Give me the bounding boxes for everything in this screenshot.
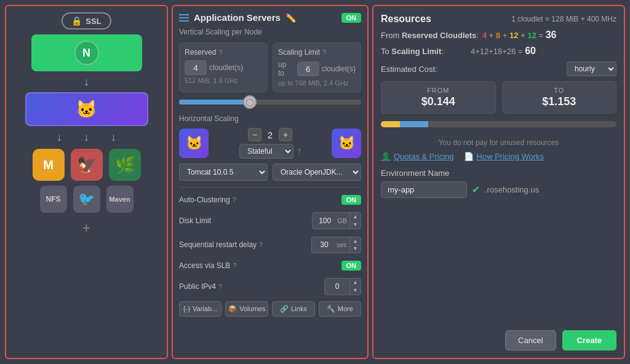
- access-slb-on-badge[interactable]: ON: [341, 261, 362, 271]
- env-name-input[interactable]: [381, 181, 467, 198]
- seq-up-arrow[interactable]: ▲: [350, 237, 361, 245]
- ipv4-input[interactable]: 0 ▲ ▼: [324, 278, 361, 295]
- dropdown-row: Tomcat 10.0.5 Oracle OpenJDK...: [179, 164, 361, 181]
- right-panel: Resources 1 cloudlet = 128 MiB + 400 MHz…: [372, 5, 625, 359]
- more-button[interactable]: 🔧 More: [319, 301, 361, 317]
- to-scaling-row: To Scaling Limit: 4+12+18+26 = 60: [381, 46, 616, 57]
- from-price-label: FROM: [389, 87, 488, 94]
- from-num-4: 12: [527, 31, 536, 40]
- ssl-label: SSL: [86, 17, 101, 26]
- tomcat-small-right[interactable]: 🐱: [332, 129, 361, 158]
- ipv4-help[interactable]: ?: [218, 283, 222, 290]
- disk-limit-row: Disk Limit 100 GB ▲ ▼: [179, 211, 361, 231]
- env-name-label: Environment Name: [381, 168, 616, 178]
- env-name-section: Environment Name ✔ .rosehosting.us: [381, 168, 616, 198]
- disk-down-arrow[interactable]: ▼: [350, 221, 361, 229]
- seq-stepper-arrows[interactable]: ▲ ▼: [349, 237, 361, 253]
- seq-down-arrow[interactable]: ▼: [350, 245, 361, 253]
- divider-1: [179, 187, 361, 188]
- volumes-button[interactable]: 📦 Volumes: [225, 301, 268, 317]
- create-button[interactable]: Create: [562, 330, 616, 350]
- scaling-row: Reserved ? cloudlet(s) 512 MiB, 1.6 GHz …: [179, 42, 361, 92]
- seq-input[interactable]: 30 sec ▲ ▼: [311, 237, 361, 254]
- increment-button[interactable]: +: [279, 128, 292, 141]
- lock-icon: 🔒: [71, 16, 82, 26]
- on-badge[interactable]: ON: [341, 13, 362, 23]
- bird-icon-box[interactable]: 🦅: [71, 149, 103, 181]
- ipv4-stepper-arrows[interactable]: ▲ ▼: [349, 279, 361, 295]
- from-formula: 4 + 8 + 12 + 12 = 36: [482, 30, 557, 41]
- slider-track: ⬡: [179, 100, 361, 105]
- to-price-label: TO: [510, 87, 609, 94]
- hourly-select[interactable]: hourly monthly: [567, 61, 616, 76]
- scaling-mem-label: up to 768 MiB, 2.4 GHz: [278, 79, 356, 87]
- from-cloudlets-row: From Reserved Cloudlets: 4 + 8 + 12 + 12…: [381, 30, 616, 41]
- reserved-input[interactable]: [185, 60, 207, 75]
- maven-box[interactable]: Maven: [106, 186, 134, 213]
- access-slb-row: Access via SLB ? ON: [179, 259, 361, 272]
- unused-label: You do not pay for unused resources: [381, 138, 616, 147]
- cancel-button[interactable]: Cancel: [505, 330, 556, 350]
- decrement-button[interactable]: −: [248, 128, 261, 141]
- access-slb-help[interactable]: ?: [233, 262, 236, 269]
- disk-stepper-arrows[interactable]: ▲ ▼: [349, 213, 361, 229]
- tomcat-small-left[interactable]: 🐱: [179, 129, 209, 158]
- reserved-help-icon[interactable]: ?: [218, 49, 222, 56]
- auto-clustering-label: Auto-Clustering ?: [179, 196, 236, 204]
- scaling-slider[interactable]: ⬡: [179, 100, 361, 105]
- variables-icon: {-}: [183, 305, 190, 312]
- seq-restart-row: Sequential restart delay ? 30 sec ▲ ▼: [179, 235, 361, 255]
- bar-used: [381, 121, 400, 127]
- reserved-mem-label: 512 MiB, 1.6 GHz: [185, 77, 262, 84]
- from-total: 36: [546, 30, 557, 40]
- maven-icon-box[interactable]: M: [33, 149, 65, 181]
- slider-thumb[interactable]: ⬡: [243, 95, 257, 109]
- reserved-title: Reserved ?: [185, 48, 262, 57]
- scaling-help-icon[interactable]: ?: [322, 49, 326, 56]
- estimated-cost-row: Estimated Cost: hourly monthly: [381, 61, 616, 76]
- cloudlet-formula: 1 cloudlet = 128 MiB + 400 MHz: [511, 15, 616, 23]
- add-button[interactable]: +: [82, 220, 90, 236]
- debian-box[interactable]: 🐦: [73, 186, 100, 213]
- ipv4-up-arrow[interactable]: ▲: [350, 279, 361, 287]
- vertical-scaling-label: Vertical Scaling per Node: [179, 28, 361, 36]
- links-button[interactable]: 🔗 Links: [272, 301, 314, 317]
- disk-limit-input[interactable]: 100 GB ▲ ▼: [312, 212, 361, 229]
- to-formula: 4+12+18+26 = 60: [471, 46, 536, 57]
- reserved-input-row: cloudlet(s): [185, 60, 262, 75]
- leaf-icon-box[interactable]: 🌿: [109, 149, 141, 181]
- auto-clustering-help[interactable]: ?: [233, 196, 236, 204]
- action-buttons: Cancel Create: [381, 330, 616, 350]
- nginx-block[interactable]: N: [31, 34, 142, 71]
- disk-up-arrow[interactable]: ▲: [350, 213, 361, 221]
- to-scaling-label: To Scaling Limit:: [381, 47, 467, 56]
- how-pricing-link[interactable]: 📄 How Pricing Works: [464, 152, 544, 161]
- resource-bar-track: [381, 121, 616, 127]
- variables-button[interactable]: {-} Variab...: [179, 301, 221, 317]
- from-cloudlets-label: From Reserved Cloudlets:: [381, 31, 479, 40]
- bottom-buttons: {-} Variab... 📦 Volumes 🔗 Links 🔧 More: [179, 301, 361, 317]
- edit-icon[interactable]: ✏️: [285, 13, 296, 23]
- tomcat-block[interactable]: 🐱: [25, 92, 148, 126]
- horizontal-label: Horizontal Scaling: [179, 114, 361, 123]
- stateful-select[interactable]: Stateful Stateless: [239, 144, 293, 159]
- seq-help-icon[interactable]: ?: [259, 241, 263, 248]
- doc-icon: 📄: [464, 152, 474, 161]
- resource-bar: [381, 121, 616, 127]
- nfs-box[interactable]: NFS: [40, 186, 67, 213]
- hamburger-icon: [179, 14, 189, 22]
- wrench-icon: 🔧: [327, 305, 335, 313]
- middle-panel: Application Servers ✏️ ON Vertical Scali…: [172, 5, 369, 359]
- resources-title: Resources: [381, 14, 431, 25]
- jdk-select[interactable]: Oracle OpenJDK...: [273, 164, 361, 181]
- ssl-badge: 🔒 SSL: [62, 12, 111, 30]
- scaling-input-row: up to cloudlet(s): [278, 60, 356, 77]
- auto-clustering-on-badge[interactable]: ON: [341, 195, 362, 205]
- reserved-box: Reserved ? cloudlet(s) 512 MiB, 1.6 GHz: [179, 42, 268, 92]
- quotas-pricing-link[interactable]: 💲 Quotas & Pricing: [381, 152, 454, 161]
- tomcat-select[interactable]: Tomcat 10.0.5: [179, 164, 268, 181]
- ipv4-down-arrow[interactable]: ▼: [350, 287, 361, 295]
- stateful-help-icon[interactable]: ?: [297, 148, 301, 155]
- scaling-limit-input[interactable]: [297, 61, 319, 76]
- three-arrows: ↓ ↓ ↓: [57, 131, 116, 144]
